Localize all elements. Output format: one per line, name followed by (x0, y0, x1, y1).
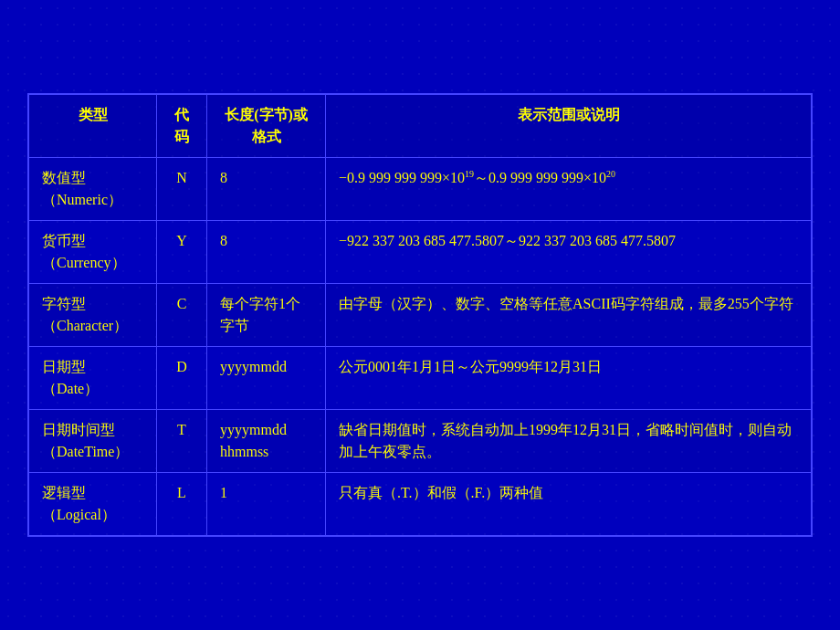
cell-code: C (157, 284, 207, 347)
data-table: 类型 代码 长度(字节)或格式 表示范围或说明 数值型（Numeric）N8−0… (28, 94, 812, 536)
cell-desc: 缺省日期值时，系统自动加上1999年12月31日，省略时间值时，则自动加上午夜零… (326, 410, 812, 473)
cell-desc: 由字母（汉字）、数字、空格等任意ASCII码字符组成，最多255个字符 (326, 284, 812, 347)
table-row: 字符型（Character）C每个字符1个字节由字母（汉字）、数字、空格等任意A… (29, 284, 812, 347)
cell-type: 逻辑型（Logical） (29, 473, 157, 536)
cell-type: 货币型（Currency） (29, 221, 157, 284)
table-row: 数值型（Numeric）N8−0.9 999 999 999×1019～0.9 … (29, 158, 812, 221)
cell-desc: −0.9 999 999 999×1019～0.9 999 999 999×10… (326, 158, 812, 221)
header-code: 代码 (157, 95, 207, 158)
cell-type: 日期型（Date） (29, 347, 157, 410)
cell-desc: −922 337 203 685 477.5807～922 337 203 68… (326, 221, 812, 284)
table-row: 货币型（Currency）Y8−922 337 203 685 477.5807… (29, 221, 812, 284)
cell-desc: 公元0001年1月1日～公元9999年12月31日 (326, 347, 812, 410)
cell-length: 8 (207, 221, 326, 284)
cell-length: yyyymmdd (207, 347, 326, 410)
cell-type: 字符型（Character） (29, 284, 157, 347)
cell-length: yyyymmddhhmmss (207, 410, 326, 473)
table-wrapper: 类型 代码 长度(字节)或格式 表示范围或说明 数值型（Numeric）N8−0… (27, 93, 813, 537)
cell-length: 每个字符1个字节 (207, 284, 326, 347)
cell-code: N (157, 158, 207, 221)
header-desc: 表示范围或说明 (326, 95, 812, 158)
table-row: 日期时间型（DateTime）Tyyyymmddhhmmss缺省日期值时，系统自… (29, 410, 812, 473)
cell-code: L (157, 473, 207, 536)
cell-code: T (157, 410, 207, 473)
header-length: 长度(字节)或格式 (207, 95, 326, 158)
table-row: 日期型（Date）Dyyyymmdd公元0001年1月1日～公元9999年12月… (29, 347, 812, 410)
cell-code: D (157, 347, 207, 410)
cell-code: Y (157, 221, 207, 284)
page-container: 类型 代码 长度(字节)或格式 表示范围或说明 数值型（Numeric）N8−0… (0, 0, 840, 630)
table-body: 数值型（Numeric）N8−0.9 999 999 999×1019～0.9 … (29, 158, 812, 536)
table-header-row: 类型 代码 长度(字节)或格式 表示范围或说明 (29, 95, 812, 158)
cell-type: 数值型（Numeric） (29, 158, 157, 221)
cell-type: 日期时间型（DateTime） (29, 410, 157, 473)
table-row: 逻辑型（Logical）L1只有真（.T.）和假（.F.）两种值 (29, 473, 812, 536)
cell-length: 1 (207, 473, 326, 536)
header-type: 类型 (29, 95, 157, 158)
cell-desc: 只有真（.T.）和假（.F.）两种值 (326, 473, 812, 536)
cell-length: 8 (207, 158, 326, 221)
